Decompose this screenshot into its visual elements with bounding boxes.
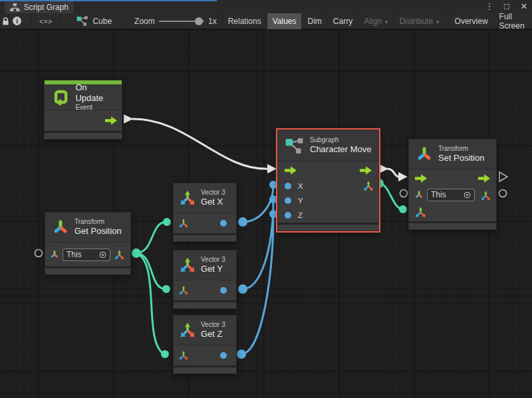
flow-input-port[interactable] <box>284 166 297 175</box>
wire-end <box>162 285 170 293</box>
flow-input-port[interactable] <box>414 174 428 183</box>
node-title: Get Position <box>74 226 122 237</box>
relations-button[interactable]: Relations <box>222 13 267 29</box>
flow-output-port[interactable] <box>359 166 372 175</box>
flow-output-port[interactable] <box>104 116 118 125</box>
zoom-value: 1x <box>208 17 217 26</box>
node-footer <box>409 223 496 229</box>
object-picker-icon[interactable] <box>464 191 471 199</box>
transform-input-port[interactable] <box>50 250 59 259</box>
overview-button[interactable]: Overview <box>449 13 494 29</box>
node-get-position[interactable]: Transform Get Position This <box>45 212 131 275</box>
node-subtitle: Vector 3 <box>201 321 225 330</box>
zoom-label: Zoom <box>134 17 155 26</box>
vector3-output-port[interactable] <box>480 190 491 201</box>
port-set-position-self-unconnected[interactable] <box>400 190 408 197</box>
flow-output-port[interactable] <box>477 174 491 183</box>
dim-button[interactable]: Dim <box>302 13 327 29</box>
node-get-x[interactable]: Vector 3 Get X <box>173 183 237 242</box>
port-get-x-wire-start[interactable] <box>238 217 247 227</box>
transform-icon <box>416 146 433 163</box>
title-bar: Script Graph ⋮ □ ✕ <box>0 0 532 13</box>
window-menu-button[interactable]: ⋮ <box>484 0 495 13</box>
zoom-slider-handle[interactable] <box>195 17 203 25</box>
wire-value-get-z-to-character-move[interactable] <box>241 214 273 354</box>
input-port-y[interactable] <box>285 197 291 204</box>
node-footer <box>278 225 378 231</box>
graph-target[interactable]: Cube <box>76 16 112 26</box>
port-get-y-wire-start[interactable] <box>238 284 247 294</box>
lock-icon <box>2 17 9 25</box>
on-update-event-icon <box>51 87 70 107</box>
wire-flow-character-move-to-set-position[interactable] <box>379 164 408 181</box>
float-output-port[interactable] <box>220 352 227 359</box>
node-subtitle: Vector 3 <box>201 189 225 197</box>
input-port-z[interactable] <box>285 212 291 219</box>
code-view-button[interactable]: <×> <box>31 13 61 29</box>
input-port-x[interactable] <box>285 183 291 189</box>
wire-end <box>399 205 407 213</box>
port-get-position-output[interactable] <box>132 249 141 258</box>
vector3-input-port[interactable] <box>178 285 189 296</box>
port-label: Y <box>298 197 303 205</box>
node-footer <box>45 133 122 139</box>
zoom-slider[interactable] <box>159 21 204 22</box>
node-footer <box>45 268 130 274</box>
info-button[interactable]: i <box>11 13 23 29</box>
align-button[interactable]: Align▾ <box>358 13 394 29</box>
vector3-icon <box>179 256 196 274</box>
vector3-icon <box>179 322 196 339</box>
node-title: Get X <box>201 197 225 207</box>
field-value: This <box>66 250 96 259</box>
node-subtitle: Vector 3 <box>201 256 225 264</box>
float-output-port[interactable] <box>220 287 227 294</box>
node-subtitle: Transform <box>74 218 122 227</box>
graph-toolbar: i <×> Cube Zoom 1x Relations Values Dim … <box>0 13 532 29</box>
node-subtitle: Transform <box>438 145 484 153</box>
distribute-button[interactable]: Distribute▾ <box>394 13 445 29</box>
wire-value-get-y-to-character-move[interactable] <box>243 199 273 289</box>
wire-value-character-move-to-set-position[interactable] <box>379 183 403 209</box>
node-get-y[interactable]: Vector 3 Get Y <box>173 250 237 309</box>
node-footer <box>174 302 236 308</box>
node-subtitle: Subgraph <box>310 136 371 145</box>
vector3-input-port[interactable] <box>178 218 189 229</box>
tab-script-graph[interactable]: Script Graph <box>5 1 74 13</box>
vector3-input-port[interactable] <box>178 350 189 361</box>
graph-canvas[interactable]: On Update Event Subgraph <box>0 30 532 398</box>
vector3-input-port[interactable] <box>414 206 427 219</box>
vector3-output-port[interactable] <box>362 180 374 192</box>
node-title: On Update <box>75 82 115 104</box>
graph-pointer-icon <box>76 16 88 26</box>
object-picker-icon[interactable] <box>99 251 106 258</box>
wire-value-get-position-to-get-y[interactable] <box>136 253 166 289</box>
wire-value-get-position-to-get-x[interactable] <box>136 222 166 253</box>
port-label: X <box>298 182 303 190</box>
node-get-z[interactable]: Vector 3 Get Z <box>173 315 237 374</box>
chevron-down-icon: ▾ <box>385 19 388 25</box>
transform-input-port[interactable] <box>414 190 424 199</box>
self-target-field[interactable]: This <box>63 249 110 261</box>
script-graph-icon <box>10 3 20 11</box>
port-get-z-wire-start[interactable] <box>237 349 246 359</box>
code-icon: <×> <box>39 17 52 25</box>
wire-value-get-x-to-character-move[interactable] <box>243 185 273 222</box>
vector3-output-port[interactable] <box>114 249 125 260</box>
info-icon: i <box>13 17 21 25</box>
carry-button[interactable]: Carry <box>328 13 358 29</box>
port-set-position-flow-output[interactable] <box>499 172 507 181</box>
wire-end <box>269 181 277 189</box>
node-on-update[interactable]: On Update Event <box>44 80 122 140</box>
wire-flow-on-update-to-character-move[interactable] <box>124 114 277 173</box>
port-get-position-self-unconnected[interactable] <box>35 250 43 257</box>
node-character-move[interactable]: Subgraph Character Move X Y <box>277 130 379 231</box>
fullscreen-button[interactable]: Full Screen <box>494 13 532 29</box>
field-value: This <box>431 190 461 199</box>
node-footer <box>174 235 236 241</box>
lock-button[interactable] <box>0 13 11 29</box>
node-set-position[interactable]: Transform Set Position <box>408 139 497 230</box>
port-set-position-value-output[interactable] <box>499 190 507 197</box>
float-output-port[interactable] <box>220 220 227 227</box>
self-target-field[interactable]: This <box>427 189 475 201</box>
values-button[interactable]: Values <box>267 13 303 29</box>
